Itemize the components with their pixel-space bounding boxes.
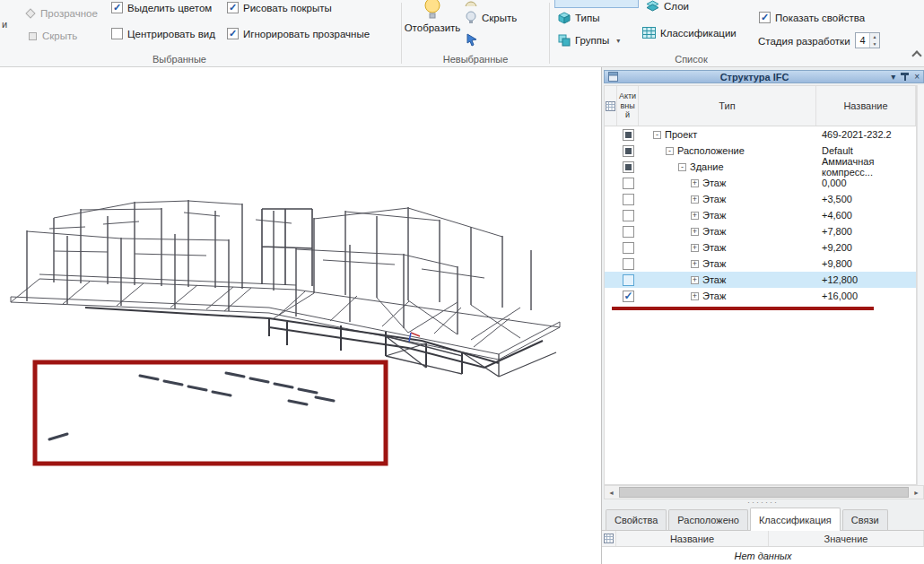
- row-active-checkbox[interactable]: [623, 258, 634, 270]
- tree-expander-icon[interactable]: +: [691, 244, 699, 252]
- ribbon-toolbar: и Прозрачное Скрыть ✓ Выделить цветом ✓ …: [0, 0, 924, 67]
- row-active-checkbox[interactable]: [623, 194, 634, 205]
- tree-expander-icon[interactable]: +: [691, 195, 699, 204]
- tree-expander-icon[interactable]: +: [691, 260, 699, 268]
- spin-down-icon[interactable]: ▼: [870, 40, 879, 48]
- tree-type-label: Этаж: [702, 226, 726, 237]
- tree-row[interactable]: +Этаж +9,200: [605, 239, 916, 256]
- classification-table-header: Название Значение: [602, 531, 924, 547]
- pin-icon[interactable]: [901, 72, 909, 82]
- tree-type-label: Этаж: [702, 210, 726, 221]
- tree-row[interactable]: +Этаж +12,800: [605, 272, 916, 288]
- row-active-checkbox[interactable]: [623, 178, 634, 189]
- axis-y-icon: [409, 333, 411, 342]
- row-active-checkbox[interactable]: [623, 291, 634, 302]
- row-active-checkbox[interactable]: [623, 274, 634, 286]
- tree-name-label: +9,800: [816, 256, 916, 272]
- pick-arrow-icon[interactable]: [465, 32, 479, 47]
- tab-links[interactable]: Связи: [842, 509, 888, 530]
- groups-button[interactable]: Группы ▾: [558, 34, 620, 47]
- panel-splitter[interactable]: ·······: [602, 499, 924, 506]
- tree-expander-icon[interactable]: -: [678, 163, 686, 171]
- checkbox-box[interactable]: ✓: [227, 2, 239, 13]
- show-unselected-button[interactable]: Отобразить: [404, 0, 461, 52]
- classifications-button[interactable]: Классификации: [642, 27, 737, 39]
- tree-expander-icon[interactable]: +: [691, 292, 699, 300]
- draw-covered-checkbox[interactable]: ✓ Рисовать покрыты: [227, 2, 332, 13]
- transparent-button[interactable]: Прозрачное: [25, 8, 98, 19]
- layers-button[interactable]: Слои: [646, 0, 689, 13]
- tree-expander-icon[interactable]: -: [666, 147, 674, 155]
- tree-row[interactable]: +Этаж +4,600: [605, 207, 916, 223]
- tree-row[interactable]: +Этаж 0,000: [605, 175, 916, 191]
- tree-expander-icon[interactable]: +: [691, 179, 699, 187]
- dev-stage-value: 4: [856, 33, 869, 48]
- tree-type-label: Здание: [690, 161, 724, 172]
- spin-up-icon[interactable]: ▲: [870, 33, 879, 40]
- highlight-color-checkbox[interactable]: ✓ Выделить цветом: [111, 2, 212, 13]
- tab-properties[interactable]: Свойства: [606, 509, 667, 530]
- grid-icon: [604, 534, 614, 543]
- tree-type-label: Этаж: [702, 291, 726, 301]
- lightbulb-icon: [422, 0, 443, 21]
- tree-row[interactable]: +Этаж +9,800: [605, 256, 916, 272]
- tree-expander-icon[interactable]: -: [653, 131, 661, 139]
- row-active-checkbox[interactable]: [623, 242, 634, 254]
- bottom-tabs: Свойства Расположено Классификация Связи: [602, 507, 924, 531]
- tree-type-label: Проект: [665, 129, 697, 140]
- tree-row[interactable]: +Этаж +3,500: [605, 191, 916, 207]
- chevron-down-icon[interactable]: ▾: [616, 37, 620, 45]
- tree-name-label: 0,000: [816, 175, 916, 191]
- dev-stage-spinner[interactable]: 4 ▲ ▼: [855, 32, 880, 48]
- scrollbar-thumb[interactable]: [619, 487, 909, 498]
- checkbox-box[interactable]: ✓: [111, 2, 123, 13]
- ignore-transparent-checkbox[interactable]: ✓ Игнорировать прозрачные: [227, 28, 370, 39]
- center-view-label: Центрировать вид: [127, 29, 215, 39]
- layers-label: Слои: [664, 1, 689, 12]
- checkbox-box[interactable]: [111, 28, 123, 39]
- scroll-right-icon[interactable]: ►: [910, 490, 923, 496]
- hide-selected-button[interactable]: Скрыть: [27, 30, 77, 41]
- tree-expander-icon[interactable]: +: [691, 212, 699, 220]
- row-active-checkbox[interactable]: [623, 145, 634, 157]
- types-button[interactable]: Типы: [558, 12, 599, 24]
- tree-expander-icon[interactable]: +: [691, 276, 699, 284]
- hide-unselected-label: Скрыть: [482, 13, 517, 23]
- tree-row[interactable]: -Проект 469-2021-232.2: [605, 126, 916, 143]
- show-unselected-label: Отобразить: [405, 22, 461, 33]
- collapse-ribbon-icon[interactable]: [911, 48, 922, 59]
- row-icon-cell: [605, 126, 617, 143]
- tree-name-label: +3,500: [816, 191, 916, 207]
- row-active-checkbox[interactable]: [623, 210, 634, 221]
- checkbox-box[interactable]: ✓: [759, 12, 771, 23]
- center-view-checkbox[interactable]: Центрировать вид: [111, 28, 215, 39]
- lone-beam: [49, 434, 67, 439]
- cut-active-button[interactable]: [554, 0, 639, 8]
- group-label-unselected: Невыбранные: [402, 54, 549, 65]
- panel-menu-icon[interactable]: ▾: [891, 73, 895, 82]
- tree-row[interactable]: +Этаж +7,800: [605, 223, 916, 239]
- close-icon[interactable]: ×: [914, 73, 920, 82]
- tab-classification[interactable]: Классификация: [750, 508, 841, 531]
- scroll-left-icon[interactable]: ◄: [605, 490, 618, 496]
- row-icon-cell: [605, 175, 617, 191]
- row-icon-cell: [605, 159, 617, 175]
- tree-expander-icon[interactable]: +: [691, 228, 699, 236]
- tree-name-label: Аммиачная компресс...: [816, 159, 916, 175]
- tab-located[interactable]: Расположено: [668, 509, 748, 530]
- show-properties-checkbox[interactable]: ✓ Показать свойства: [759, 12, 865, 23]
- panel-titlebar[interactable]: Структура IFC ▾ ×: [604, 70, 924, 83]
- no-data-row: Нет данных: [602, 547, 924, 564]
- 3d-viewport[interactable]: [0, 67, 601, 564]
- cut-label-fragment: и: [2, 19, 7, 30]
- vertical-scrollbar[interactable]: [917, 85, 924, 485]
- tree-row[interactable]: -Здание Аммиачная компресс...: [605, 159, 916, 175]
- tree-row[interactable]: +Этаж +16,000: [605, 288, 916, 304]
- 3d-model: [0, 67, 601, 564]
- row-active-checkbox[interactable]: [623, 226, 634, 238]
- hide-unselected-button[interactable]: Скрыть: [465, 11, 517, 24]
- checkbox-box[interactable]: ✓: [227, 28, 239, 39]
- row-active-checkbox[interactable]: [623, 161, 634, 173]
- row-icon-cell: [605, 272, 617, 288]
- row-active-checkbox[interactable]: [623, 129, 634, 141]
